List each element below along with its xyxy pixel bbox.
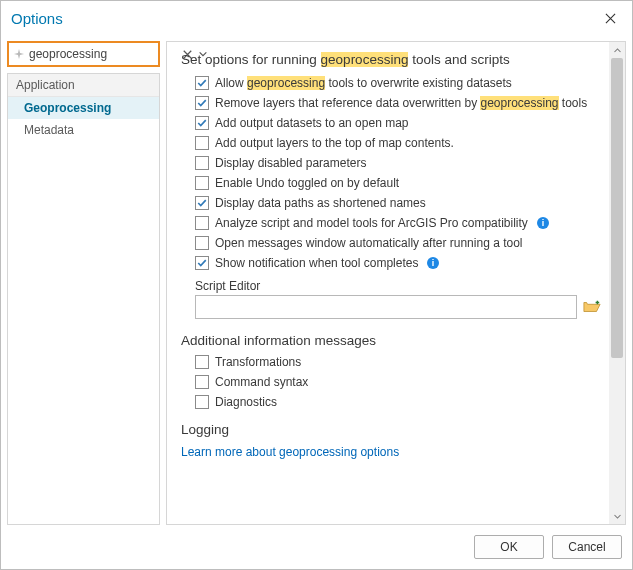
content-scroll-area: Set options for running geoprocessing to… [167, 42, 609, 524]
section-heading-logging: Logging [181, 422, 601, 437]
checkbox[interactable] [195, 196, 209, 210]
browse-button[interactable] [583, 299, 601, 315]
option-label: Display disabled parameters [215, 156, 366, 170]
checkbox[interactable] [195, 176, 209, 190]
nav-section-header: Application [8, 74, 159, 97]
option-row: Display disabled parameters [181, 153, 601, 173]
checkbox[interactable] [195, 355, 209, 369]
option-row: Analyze script and model tools for ArcGI… [181, 213, 601, 233]
learn-more-link[interactable]: Learn more about geoprocessing options [181, 441, 601, 459]
script-editor-label: Script Editor [181, 273, 601, 295]
checkbox[interactable] [195, 136, 209, 150]
option-row: Allow geoprocessing tools to overwrite e… [181, 73, 601, 93]
option-row: Add output layers to the top of map cont… [181, 133, 601, 153]
checkbox[interactable] [195, 76, 209, 90]
options-dialog: Options Application Geoprocessing [0, 0, 633, 570]
option-row: Show notification when tool completesi [181, 253, 601, 273]
option-label: Command syntax [215, 375, 308, 389]
close-button[interactable] [588, 3, 632, 33]
option-label: Add output layers to the top of map cont… [215, 136, 454, 150]
content-panel: Set options for running geoprocessing to… [166, 41, 626, 525]
dialog-footer: OK Cancel [1, 525, 632, 569]
checkbox[interactable] [195, 395, 209, 409]
option-row: Display data paths as shortened names [181, 193, 601, 213]
checkbox[interactable] [195, 156, 209, 170]
checkbox[interactable] [195, 216, 209, 230]
additional-list: TransformationsCommand syntaxDiagnostics [181, 352, 601, 412]
arrow-down-icon [613, 512, 622, 521]
option-label: Display data paths as shortened names [215, 196, 426, 210]
script-editor-row [181, 295, 601, 323]
option-label: Show notification when tool completes [215, 256, 418, 270]
scroll-up-button[interactable] [609, 42, 625, 58]
scroll-thumb[interactable] [611, 58, 623, 358]
option-label: Open messages window automatically after… [215, 236, 523, 250]
search-box[interactable] [7, 41, 160, 67]
section-heading-main: Set options for running geoprocessing to… [181, 52, 601, 67]
option-label: Enable Undo toggled on by default [215, 176, 399, 190]
heading-text: tools and scripts [408, 52, 509, 67]
titlebar: Options [1, 1, 632, 35]
option-label: Diagnostics [215, 395, 277, 409]
folder-open-icon [583, 299, 601, 315]
scroll-down-button[interactable] [609, 508, 625, 524]
info-icon[interactable]: i [536, 216, 550, 230]
dialog-body: Application Geoprocessing Metadata Set o… [1, 35, 632, 525]
options-list: Allow geoprocessing tools to overwrite e… [181, 73, 601, 273]
ok-button[interactable]: OK [474, 535, 544, 559]
vertical-scrollbar[interactable] [609, 42, 625, 524]
checkbox[interactable] [195, 256, 209, 270]
window-title: Options [11, 10, 588, 27]
cancel-button[interactable]: Cancel [552, 535, 622, 559]
option-label: Analyze script and model tools for ArcGI… [215, 216, 528, 230]
option-row: Transformations [181, 352, 601, 372]
option-row: Remove layers that reference data overwr… [181, 93, 601, 113]
sidebar: Application Geoprocessing Metadata [7, 41, 160, 525]
option-label: Allow geoprocessing tools to overwrite e… [215, 76, 512, 90]
option-label: Transformations [215, 355, 301, 369]
checkbox[interactable] [195, 375, 209, 389]
option-row: Diagnostics [181, 392, 601, 412]
info-icon[interactable]: i [426, 256, 440, 270]
arrow-up-icon [613, 46, 622, 55]
svg-text:i: i [432, 258, 435, 268]
section-heading-additional: Additional information messages [181, 333, 601, 348]
option-row: Add output datasets to an open map [181, 113, 601, 133]
option-row: Command syntax [181, 372, 601, 392]
script-editor-input[interactable] [195, 295, 577, 319]
svg-text:i: i [542, 218, 545, 228]
heading-highlight: geoprocessing [321, 52, 409, 67]
checkbox[interactable] [195, 236, 209, 250]
option-label: Remove layers that reference data overwr… [215, 96, 587, 110]
sparkle-icon [13, 48, 25, 60]
nav-item-metadata[interactable]: Metadata [8, 119, 159, 141]
nav-tree: Application Geoprocessing Metadata [7, 73, 160, 525]
heading-text: Set options for running [181, 52, 321, 67]
nav-item-geoprocessing[interactable]: Geoprocessing [8, 97, 159, 119]
checkbox[interactable] [195, 116, 209, 130]
close-icon [605, 13, 616, 24]
checkbox[interactable] [195, 96, 209, 110]
search-input[interactable] [29, 47, 179, 61]
option-row: Open messages window automatically after… [181, 233, 601, 253]
option-row: Enable Undo toggled on by default [181, 173, 601, 193]
option-label: Add output datasets to an open map [215, 116, 408, 130]
